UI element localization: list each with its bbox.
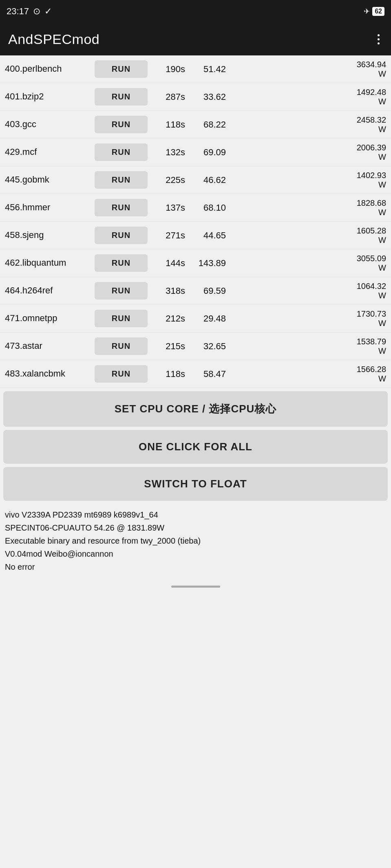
status-left: 23:17 ⊙ ✓ [7,6,52,17]
run-button-2[interactable]: RUN [95,116,148,133]
bench-time-3: 132s [152,147,189,158]
bench-power-11: 1566.28W [230,365,386,383]
one-click-all-button[interactable]: ONE CLICK FOR ALL [3,430,388,464]
more-menu-button[interactable] [374,31,383,48]
status-bar: 23:17 ⊙ ✓ ✈ 62 [0,0,391,23]
bottom-buttons: SET CPU CORE / 选择CPU核心 ONE CLICK FOR ALL… [0,388,391,502]
bench-time-7: 144s [152,258,189,269]
bench-power-1: 1492.48W [230,88,386,106]
bench-power-10: 1538.79W [230,337,386,356]
bench-score-6: 44.65 [189,230,230,241]
dot-1 [378,34,380,36]
bench-name-8: 464.h264ref [5,285,95,296]
bench-name-9: 471.omnetpp [5,313,95,324]
run-button-3[interactable]: RUN [95,143,148,161]
bottom-nav [0,582,391,589]
bench-time-11: 118s [152,369,189,379]
bench-score-10: 32.65 [189,341,230,352]
footer-line-4: V0.04mod Weibo@ioncannon [5,547,386,560]
bench-row: 429.mcfRUN132s69.092006.39W [0,139,391,166]
run-button-6[interactable]: RUN [95,227,148,244]
bench-name-0: 400.perlbench [5,64,95,74]
run-button-9[interactable]: RUN [95,310,148,327]
bench-power-8: 1064.32W [230,282,386,300]
status-icon-2: ✓ [44,6,52,17]
bench-time-0: 190s [152,64,189,75]
main-content: 400.perlbenchRUN190s51.423634.94W401.bzi… [0,55,391,589]
bench-row: 401.bzip2RUN287s33.621492.48W [0,83,391,111]
dot-2 [378,38,380,40]
bench-power-7: 3055.09W [230,254,386,273]
bench-score-9: 29.48 [189,313,230,324]
status-time: 23:17 [7,6,29,17]
bench-score-2: 68.22 [189,119,230,130]
bench-score-1: 33.62 [189,92,230,102]
app-title: AndSPECmod [8,31,99,47]
dot-3 [378,42,380,44]
bench-score-5: 68.10 [189,203,230,213]
bench-row: 462.libquantumRUN144s143.893055.09W [0,249,391,277]
run-button-10[interactable]: RUN [95,337,148,355]
bench-name-7: 462.libquantum [5,258,95,268]
bench-power-5: 1828.68W [230,198,386,217]
bench-power-0: 3634.94W [230,60,386,79]
footer-info: vivo V2339A PD2339 mt6989 k6989v1_64 SPE… [0,502,391,582]
bench-row: 445.gobmkRUN225s46.621402.93W [0,166,391,194]
run-button-4[interactable]: RUN [95,171,148,189]
bench-time-9: 212s [152,313,189,324]
bench-power-6: 1605.28W [230,226,386,245]
nav-indicator [171,586,220,588]
benchmark-list: 400.perlbenchRUN190s51.423634.94W401.bzi… [0,55,391,388]
bench-name-6: 458.sjeng [5,230,95,240]
run-button-11[interactable]: RUN [95,365,148,383]
bench-time-2: 118s [152,119,189,130]
run-button-0[interactable]: RUN [95,60,148,78]
footer-line-2: SPECINT06-CPUAUTO 54.26 @ 1831.89W [5,521,386,534]
bench-name-11: 483.xalancbmk [5,368,95,379]
bench-score-11: 58.47 [189,369,230,379]
bench-power-2: 2458.32W [230,115,386,134]
switch-to-float-button[interactable]: SWITCH TO FLOAT [3,467,388,501]
footer-line-1: vivo V2339A PD2339 mt6989 k6989v1_64 [5,508,386,521]
app-bar: AndSPECmod [0,23,391,55]
bench-power-3: 2006.39W [230,143,386,162]
footer-line-5: No error [5,560,386,573]
bench-row: 400.perlbenchRUN190s51.423634.94W [0,55,391,83]
bench-time-5: 137s [152,203,189,213]
bench-name-4: 445.gobmk [5,174,95,185]
run-button-5[interactable]: RUN [95,199,148,216]
status-icon-1: ⊙ [33,6,40,17]
run-button-8[interactable]: RUN [95,282,148,300]
bench-time-1: 287s [152,92,189,102]
run-button-1[interactable]: RUN [95,88,148,106]
bench-row: 473.astarRUN215s32.651538.79W [0,333,391,360]
bench-power-4: 1402.93W [230,171,386,189]
bench-name-3: 429.mcf [5,147,95,157]
bench-score-0: 51.42 [189,64,230,75]
battery-indicator: 62 [372,7,384,16]
bench-row: 403.gccRUN118s68.222458.32W [0,111,391,139]
bench-score-8: 69.59 [189,286,230,296]
bench-row: 471.omnetppRUN212s29.481730.73W [0,305,391,333]
bench-name-10: 473.astar [5,341,95,351]
bench-score-4: 46.62 [189,175,230,185]
bench-row: 458.sjengRUN271s44.651605.28W [0,222,391,249]
bench-name-2: 403.gcc [5,119,95,130]
bench-row: 483.xalancbmkRUN118s58.471566.28W [0,360,391,388]
bench-time-4: 225s [152,175,189,185]
bench-score-3: 69.09 [189,147,230,158]
airplane-icon: ✈ [364,7,370,16]
bench-time-10: 215s [152,341,189,352]
set-cpu-core-button[interactable]: SET CPU CORE / 选择CPU核心 [3,391,388,427]
bench-score-7: 143.89 [189,258,230,269]
bench-name-1: 401.bzip2 [5,91,95,102]
bench-time-8: 318s [152,286,189,296]
status-right-icons: ✈ 62 [364,7,384,16]
bench-power-9: 1730.73W [230,309,386,328]
bench-row: 464.h264refRUN318s69.591064.32W [0,277,391,305]
bench-name-5: 456.hmmer [5,202,95,213]
bench-time-6: 271s [152,230,189,241]
run-button-7[interactable]: RUN [95,254,148,272]
bench-row: 456.hmmerRUN137s68.101828.68W [0,194,391,222]
footer-line-3: Executable binary and resource from twy_… [5,534,386,547]
